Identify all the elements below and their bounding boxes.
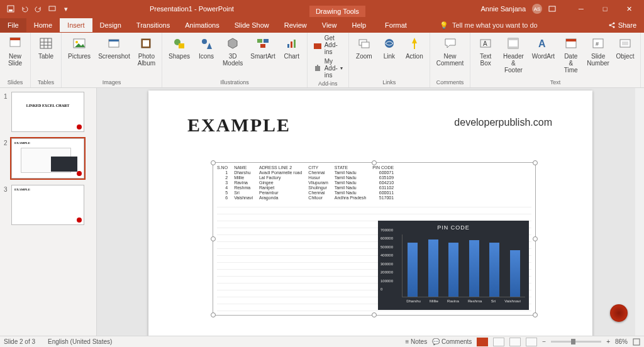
slide-counter[interactable]: Slide 2 of 3: [4, 338, 35, 345]
my-addins-button[interactable]: My Add-ins ▾: [311, 57, 345, 79]
comment-icon: [442, 35, 458, 52]
new-slide-icon: [7, 35, 23, 52]
tab-transitions[interactable]: Transitions: [129, 18, 177, 32]
screenshot-button[interactable]: Screenshot: [96, 34, 133, 61]
tab-slideshow[interactable]: Slide Show: [227, 18, 277, 32]
svg-rect-17: [109, 40, 119, 41]
header-footer-button[interactable]: Header& Footer: [499, 34, 527, 75]
thumbnail-1[interactable]: 1 LINKED EXCEL CHART: [4, 92, 92, 132]
fit-to-window-button[interactable]: [633, 338, 640, 346]
table-button[interactable]: Table: [35, 34, 57, 61]
svg-rect-21: [179, 43, 184, 48]
svg-rect-2: [49, 6, 55, 11]
workspace: 1 LINKED EXCEL CHART 2 EXAMPLE 3 EXAMPLE…: [0, 88, 644, 336]
user-name[interactable]: Annie Sanjana: [480, 5, 526, 13]
zoom-out-button[interactable]: −: [542, 338, 546, 345]
record-button[interactable]: [610, 304, 628, 322]
svg-point-4: [609, 24, 611, 26]
textbox-icon: A: [477, 35, 494, 52]
tab-home[interactable]: Home: [26, 18, 60, 32]
svg-rect-9: [40, 38, 52, 48]
user-avatar[interactable]: AS: [532, 4, 542, 14]
svg-rect-37: [508, 47, 518, 48]
get-addins-button[interactable]: Get Add-ins: [311, 34, 345, 56]
zoom-in-button[interactable]: +: [606, 338, 610, 345]
pictures-button[interactable]: Pictures: [65, 34, 93, 61]
title-right-controls: Annie Sanjana AS ─ □ ✕: [480, 4, 641, 14]
save-icon[interactable]: [6, 4, 15, 13]
group-addins: Get Add-ins My Add-ins ▾ Add-ins: [308, 33, 349, 87]
redo-icon[interactable]: [34, 4, 43, 13]
embedded-object-frame[interactable]: S.NONAMEADRESS LINE 2CITYSTATEPIN CODE 1…: [213, 162, 536, 316]
shapes-button[interactable]: Shapes: [166, 34, 192, 61]
group-text: ATextBox Header& Footer AWordArt Date &T…: [470, 33, 641, 87]
slide-canvas-area[interactable]: EXAMPLE developerpublish.com S.NONAMEADR…: [97, 88, 644, 336]
svg-rect-29: [314, 43, 321, 49]
tab-format[interactable]: Format: [377, 18, 414, 32]
tab-review[interactable]: Review: [277, 18, 314, 32]
data-table: S.NONAMEADRESS LINE 2CITYSTATEPIN CODE 1…: [217, 165, 400, 201]
maximize-icon[interactable]: □: [596, 5, 614, 13]
slide-number-button[interactable]: #SlideNumber: [585, 34, 611, 68]
action-button[interactable]: Action: [403, 34, 426, 61]
zoom-level[interactable]: 86%: [615, 338, 628, 345]
zoom-button[interactable]: Zoom: [353, 34, 375, 61]
minimize-icon[interactable]: ─: [572, 5, 590, 13]
photo-album-icon: [138, 35, 155, 52]
close-icon[interactable]: ✕: [620, 5, 638, 13]
tell-me-search[interactable]: 💡 Tell me what you want to do: [440, 21, 538, 30]
zoom-icon: [356, 35, 372, 52]
textbox-button[interactable]: ATextBox: [474, 34, 497, 68]
3d-models-button[interactable]: 3DModels: [220, 34, 245, 68]
slideshow-icon[interactable]: [48, 4, 57, 13]
slide-number-icon: #: [590, 35, 606, 52]
qat-dropdown-icon[interactable]: ▾: [62, 4, 70, 13]
ribbon-display-icon[interactable]: [548, 6, 566, 12]
photo-album-button[interactable]: PhotoAlbum: [135, 34, 158, 68]
icons-icon: [198, 35, 214, 52]
datetime-icon: [563, 35, 579, 52]
notes-button[interactable]: ≡ Notes: [405, 338, 427, 345]
icons-button[interactable]: Icons: [195, 34, 218, 61]
svg-rect-3: [549, 6, 555, 11]
normal-view-button[interactable]: [477, 338, 488, 346]
zoom-slider[interactable]: [551, 341, 601, 343]
slideshow-view-button[interactable]: [526, 338, 537, 346]
wordart-button[interactable]: AWordArt: [530, 34, 557, 61]
chart-icon: [284, 35, 300, 52]
chart-button[interactable]: Chart: [280, 34, 303, 61]
tab-animations[interactable]: Animations: [177, 18, 226, 32]
thumbnail-2[interactable]: 2 EXAMPLE: [4, 138, 92, 179]
link-button[interactable]: Link: [378, 34, 401, 61]
thumbnail-3[interactable]: 3 EXAMPLE: [4, 185, 92, 225]
svg-text:A: A: [483, 40, 487, 47]
tab-file[interactable]: File: [0, 18, 26, 32]
svg-rect-31: [362, 42, 369, 48]
tab-design[interactable]: Design: [92, 18, 129, 32]
tab-view[interactable]: View: [314, 18, 345, 32]
lightbulb-icon: 💡: [440, 21, 448, 30]
new-slide-button[interactable]: NewSlide: [4, 34, 26, 68]
object-icon: [617, 35, 633, 52]
object-button[interactable]: Object: [614, 34, 636, 61]
store-icon: [313, 41, 322, 50]
smartart-button[interactable]: SmartArt: [248, 34, 277, 61]
table-icon: [38, 35, 54, 52]
tab-insert[interactable]: Insert: [60, 18, 92, 32]
language-status[interactable]: English (United States): [48, 338, 112, 345]
svg-point-6: [613, 26, 614, 28]
sorter-view-button[interactable]: [493, 338, 504, 346]
datetime-button[interactable]: Date &Time: [559, 34, 582, 75]
group-symbols: πEquation ΩSymbol Symbols: [641, 33, 644, 87]
new-comment-button[interactable]: NewComment: [434, 34, 466, 68]
document-title: Presentation1 - PowerPoint: [150, 5, 234, 13]
pin-code-chart: PIN CODE 7000006000005000004000003000002…: [378, 221, 529, 310]
group-comments: NewComment Comments: [430, 33, 470, 87]
tab-help[interactable]: Help: [344, 18, 374, 32]
share-button[interactable]: Share: [601, 21, 644, 29]
vertical-scrollbar[interactable]: [635, 88, 644, 336]
3d-models-icon: [225, 35, 241, 52]
undo-icon[interactable]: [20, 4, 29, 13]
reading-view-button[interactable]: [509, 338, 521, 346]
comments-button[interactable]: 💬 Comments: [432, 338, 472, 345]
